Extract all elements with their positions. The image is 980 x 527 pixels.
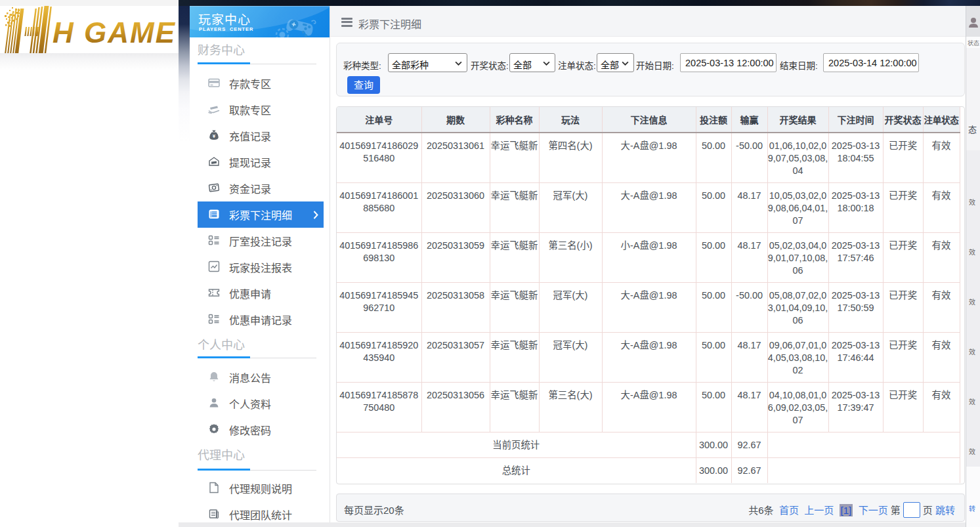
svg-text:¥: ¥ bbox=[213, 133, 216, 139]
svg-text:H GAME: H GAME bbox=[53, 16, 176, 49]
